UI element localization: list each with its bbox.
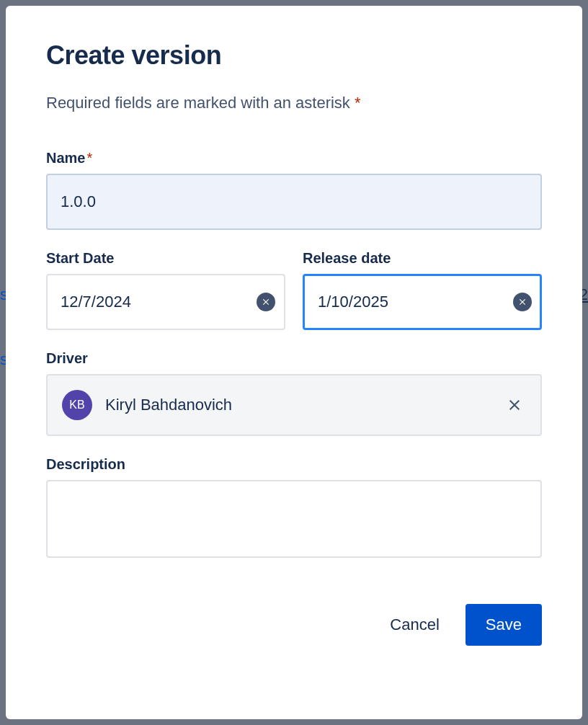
- asterisk-icon: *: [86, 150, 92, 166]
- close-circle-icon: [517, 297, 527, 307]
- name-label: Name*: [46, 150, 542, 166]
- description-input[interactable]: [46, 480, 542, 558]
- required-note-text: Required fields are marked with an aster…: [46, 94, 350, 112]
- avatar: KB: [62, 390, 92, 420]
- close-icon: [506, 396, 523, 414]
- modal-footer: Cancel Save: [46, 604, 542, 646]
- release-date-field-group: Release date: [303, 250, 542, 330]
- date-row: Start Date Release date: [46, 250, 542, 330]
- name-field-group: Name*: [46, 150, 542, 230]
- asterisk-icon: *: [355, 94, 361, 112]
- clear-release-date-button[interactable]: [513, 293, 532, 311]
- name-label-text: Name: [46, 150, 85, 166]
- release-date-label: Release date: [303, 250, 542, 267]
- create-version-modal: Create version Required fields are marke…: [6, 6, 582, 719]
- driver-select[interactable]: KB Kiryl Bahdanovich: [46, 374, 542, 436]
- cancel-button[interactable]: Cancel: [384, 604, 445, 646]
- description-field-group: Description: [46, 456, 542, 561]
- save-button[interactable]: Save: [466, 604, 542, 646]
- driver-label: Driver: [46, 350, 542, 367]
- name-input[interactable]: [46, 174, 542, 230]
- release-date-input[interactable]: [303, 274, 542, 330]
- remove-driver-button[interactable]: [503, 393, 526, 417]
- required-fields-note: Required fields are marked with an aster…: [46, 94, 542, 112]
- start-date-field-group: Start Date: [46, 250, 285, 330]
- start-date-wrap: [46, 274, 285, 330]
- driver-field-group: Driver KB Kiryl Bahdanovich: [46, 350, 542, 436]
- start-date-label: Start Date: [46, 250, 285, 267]
- modal-title: Create version: [46, 40, 542, 71]
- release-date-wrap: [303, 274, 542, 330]
- close-circle-icon: [261, 297, 271, 307]
- description-label: Description: [46, 456, 542, 473]
- start-date-input[interactable]: [46, 274, 285, 330]
- clear-start-date-button[interactable]: [257, 293, 275, 311]
- driver-name: Kiryl Bahdanovich: [105, 396, 490, 414]
